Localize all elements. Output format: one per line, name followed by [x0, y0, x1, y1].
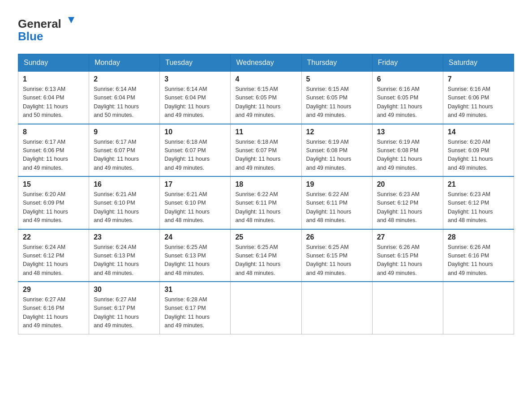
daylight-text: and 49 minutes. [94, 321, 155, 330]
sunset-text: Sunset: 6:13 PM [164, 252, 226, 260]
calendar-cell: 24Sunrise: 6:25 AMSunset: 6:13 PMDayligh… [160, 229, 231, 282]
sunset-text: Sunset: 6:08 PM [377, 146, 438, 155]
calendar-cell: 11Sunrise: 6:18 AMSunset: 6:07 PMDayligh… [231, 124, 301, 177]
daylight-text: Daylight: 11 hours [377, 208, 438, 216]
daylight-text: Daylight: 11 hours [164, 260, 226, 269]
day-number: 4 [235, 75, 296, 83]
calendar-cell: 1Sunrise: 6:13 AMSunset: 6:04 PMDaylight… [18, 72, 89, 124]
day-number: 16 [94, 180, 155, 188]
day-number: 21 [448, 180, 509, 188]
sunset-text: Sunset: 6:16 PM [448, 252, 509, 260]
day-number: 12 [306, 128, 368, 136]
day-number: 17 [164, 180, 226, 188]
day-number: 10 [164, 128, 226, 136]
day-number: 6 [377, 75, 438, 83]
daylight-text: Daylight: 11 hours [23, 260, 84, 269]
day-info: Sunrise: 6:19 AMSunset: 6:08 PMDaylight:… [377, 138, 438, 173]
day-info: Sunrise: 6:27 AMSunset: 6:16 PMDaylight:… [23, 295, 84, 330]
daylight-text: Daylight: 11 hours [94, 103, 155, 111]
day-info: Sunrise: 6:27 AMSunset: 6:17 PMDaylight:… [94, 295, 155, 330]
daylight-text: Daylight: 11 hours [306, 155, 368, 163]
daylight-text: Daylight: 11 hours [23, 155, 84, 163]
daylight-text: and 48 minutes. [94, 269, 155, 278]
calendar-cell: 12Sunrise: 6:19 AMSunset: 6:08 PMDayligh… [301, 124, 372, 177]
daylight-text: Daylight: 11 hours [164, 103, 226, 111]
sunrise-text: Sunrise: 6:25 AM [164, 243, 226, 252]
sunrise-text: Sunrise: 6:27 AM [23, 295, 84, 304]
calendar-cell: 13Sunrise: 6:19 AMSunset: 6:08 PMDayligh… [372, 124, 443, 177]
daylight-text: Daylight: 11 hours [23, 103, 84, 111]
sunset-text: Sunset: 6:09 PM [448, 146, 509, 155]
daylight-text: Daylight: 11 hours [23, 313, 84, 321]
calendar-cell: 10Sunrise: 6:18 AMSunset: 6:07 PMDayligh… [160, 124, 231, 177]
day-number: 15 [23, 180, 84, 188]
daylight-text: Daylight: 11 hours [235, 155, 296, 163]
sunrise-text: Sunrise: 6:27 AM [94, 295, 155, 304]
calendar-table: SundayMondayTuesdayWednesdayThursdayFrid… [18, 54, 514, 334]
sunrise-text: Sunrise: 6:25 AM [235, 243, 296, 252]
day-info: Sunrise: 6:22 AMSunset: 6:11 PMDaylight:… [235, 190, 296, 225]
daylight-text: and 49 minutes. [235, 111, 296, 120]
day-info: Sunrise: 6:19 AMSunset: 6:08 PMDaylight:… [306, 138, 368, 173]
daylight-text: Daylight: 11 hours [235, 103, 296, 111]
sunset-text: Sunset: 6:16 PM [23, 304, 84, 313]
svg-text:Blue: Blue [18, 30, 43, 43]
sunrise-text: Sunrise: 6:20 AM [23, 190, 84, 199]
daylight-text: and 48 minutes. [23, 269, 84, 278]
logo: General Blue [18, 13, 81, 45]
day-info: Sunrise: 6:16 AMSunset: 6:06 PMDaylight:… [448, 85, 509, 120]
daylight-text: and 50 minutes. [94, 111, 155, 120]
column-header-saturday: Saturday [443, 54, 514, 72]
daylight-text: and 49 minutes. [23, 164, 84, 172]
column-header-wednesday: Wednesday [231, 54, 301, 72]
day-info: Sunrise: 6:15 AMSunset: 6:05 PMDaylight:… [306, 85, 368, 120]
sunrise-text: Sunrise: 6:22 AM [235, 190, 296, 199]
day-info: Sunrise: 6:20 AMSunset: 6:09 PMDaylight:… [23, 190, 84, 225]
day-info: Sunrise: 6:28 AMSunset: 6:17 PMDaylight:… [164, 295, 226, 330]
sunset-text: Sunset: 6:12 PM [23, 252, 84, 260]
daylight-text: and 49 minutes. [94, 164, 155, 172]
day-info: Sunrise: 6:26 AMSunset: 6:16 PMDaylight:… [448, 243, 509, 278]
calendar-cell: 20Sunrise: 6:23 AMSunset: 6:12 PMDayligh… [372, 176, 443, 229]
calendar-cell: 4Sunrise: 6:15 AMSunset: 6:05 PMDaylight… [231, 72, 301, 124]
sunrise-text: Sunrise: 6:28 AM [164, 295, 226, 304]
daylight-text: and 49 minutes. [235, 164, 296, 172]
calendar-cell: 9Sunrise: 6:17 AMSunset: 6:07 PMDaylight… [89, 124, 160, 177]
daylight-text: Daylight: 11 hours [377, 103, 438, 111]
sunrise-text: Sunrise: 6:24 AM [23, 243, 84, 252]
column-header-thursday: Thursday [301, 54, 372, 72]
calendar-week-row: 15Sunrise: 6:20 AMSunset: 6:09 PMDayligh… [18, 176, 514, 229]
day-info: Sunrise: 6:18 AMSunset: 6:07 PMDaylight:… [235, 138, 296, 173]
sunrise-text: Sunrise: 6:19 AM [377, 138, 438, 146]
daylight-text: and 49 minutes. [23, 321, 84, 330]
column-header-friday: Friday [372, 54, 443, 72]
sunset-text: Sunset: 6:05 PM [235, 94, 296, 102]
calendar-cell [231, 282, 301, 334]
day-info: Sunrise: 6:23 AMSunset: 6:12 PMDaylight:… [377, 190, 438, 225]
calendar-cell [372, 282, 443, 334]
day-info: Sunrise: 6:24 AMSunset: 6:12 PMDaylight:… [23, 243, 84, 278]
sunset-text: Sunset: 6:07 PM [94, 146, 155, 155]
daylight-text: Daylight: 11 hours [94, 260, 155, 269]
daylight-text: and 49 minutes. [377, 269, 438, 278]
sunrise-text: Sunrise: 6:24 AM [94, 243, 155, 252]
column-header-tuesday: Tuesday [160, 54, 231, 72]
daylight-text: Daylight: 11 hours [94, 155, 155, 163]
day-number: 5 [306, 75, 368, 83]
day-number: 19 [306, 180, 368, 188]
sunrise-text: Sunrise: 6:20 AM [448, 138, 509, 146]
calendar-cell: 25Sunrise: 6:25 AMSunset: 6:14 PMDayligh… [231, 229, 301, 282]
sunrise-text: Sunrise: 6:17 AM [94, 138, 155, 146]
sunset-text: Sunset: 6:17 PM [94, 304, 155, 313]
calendar-cell: 14Sunrise: 6:20 AMSunset: 6:09 PMDayligh… [443, 124, 514, 177]
sunrise-text: Sunrise: 6:26 AM [377, 243, 438, 252]
calendar-cell: 18Sunrise: 6:22 AMSunset: 6:11 PMDayligh… [231, 176, 301, 229]
sunset-text: Sunset: 6:09 PM [23, 199, 84, 207]
sunset-text: Sunset: 6:05 PM [306, 94, 368, 102]
sunset-text: Sunset: 6:06 PM [448, 94, 509, 102]
daylight-text: and 49 minutes. [94, 216, 155, 225]
calendar-header-row: SundayMondayTuesdayWednesdayThursdayFrid… [18, 54, 514, 72]
daylight-text: and 48 minutes. [235, 269, 296, 278]
calendar-cell: 16Sunrise: 6:21 AMSunset: 6:10 PMDayligh… [89, 176, 160, 229]
sunset-text: Sunset: 6:14 PM [235, 252, 296, 260]
